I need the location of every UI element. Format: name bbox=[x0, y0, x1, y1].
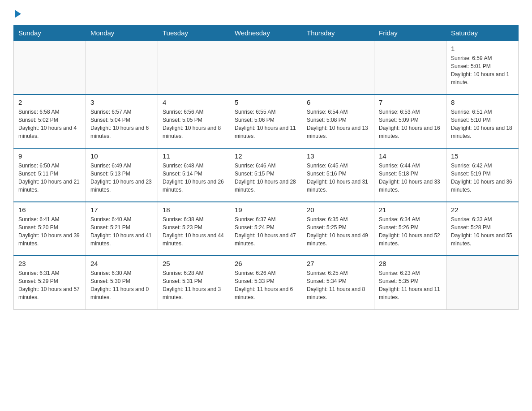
day-info: Sunrise: 6:34 AM Sunset: 5:26 PM Dayligh… bbox=[379, 215, 442, 248]
day-info: Sunrise: 6:40 AM Sunset: 5:21 PM Dayligh… bbox=[90, 215, 153, 248]
day-info: Sunrise: 6:51 AM Sunset: 5:10 PM Dayligh… bbox=[451, 108, 514, 140]
day-number: 21 bbox=[379, 206, 442, 214]
day-info: Sunrise: 6:48 AM Sunset: 5:14 PM Dayligh… bbox=[163, 162, 225, 194]
weekday-header-wednesday: Wednesday bbox=[230, 26, 302, 41]
weekday-header-sunday: Sunday bbox=[14, 26, 86, 41]
calendar-cell bbox=[86, 41, 158, 94]
calendar-cell: 3Sunrise: 6:57 AM Sunset: 5:04 PM Daylig… bbox=[86, 94, 158, 148]
calendar-cell: 13Sunrise: 6:45 AM Sunset: 5:16 PM Dayli… bbox=[302, 148, 374, 202]
day-info: Sunrise: 6:54 AM Sunset: 5:08 PM Dayligh… bbox=[307, 108, 369, 140]
day-info: Sunrise: 6:38 AM Sunset: 5:23 PM Dayligh… bbox=[163, 215, 225, 248]
day-number: 6 bbox=[307, 98, 369, 106]
weekday-header-tuesday: Tuesday bbox=[158, 26, 230, 41]
day-info: Sunrise: 6:50 AM Sunset: 5:11 PM Dayligh… bbox=[18, 162, 81, 194]
day-info: Sunrise: 6:57 AM Sunset: 5:04 PM Dayligh… bbox=[90, 108, 153, 140]
day-number: 23 bbox=[18, 260, 81, 267]
day-info: Sunrise: 6:53 AM Sunset: 5:09 PM Dayligh… bbox=[379, 108, 442, 140]
calendar-cell: 6Sunrise: 6:54 AM Sunset: 5:08 PM Daylig… bbox=[302, 94, 374, 148]
day-info: Sunrise: 6:42 AM Sunset: 5:19 PM Dayligh… bbox=[451, 162, 514, 194]
day-number: 25 bbox=[163, 260, 225, 267]
calendar-cell bbox=[14, 41, 86, 94]
page-header bbox=[13, 9, 519, 18]
day-number: 8 bbox=[451, 98, 514, 106]
day-info: Sunrise: 6:33 AM Sunset: 5:28 PM Dayligh… bbox=[451, 215, 514, 248]
calendar-cell: 5Sunrise: 6:55 AM Sunset: 5:06 PM Daylig… bbox=[230, 94, 302, 148]
day-info: Sunrise: 6:45 AM Sunset: 5:16 PM Dayligh… bbox=[307, 162, 369, 194]
day-number: 28 bbox=[379, 260, 442, 267]
day-number: 22 bbox=[451, 206, 514, 214]
calendar-cell bbox=[302, 41, 374, 94]
calendar-week-row: 1Sunrise: 6:59 AM Sunset: 5:01 PM Daylig… bbox=[14, 41, 519, 94]
day-info: Sunrise: 6:31 AM Sunset: 5:29 PM Dayligh… bbox=[18, 269, 81, 301]
calendar-week-row: 9Sunrise: 6:50 AM Sunset: 5:11 PM Daylig… bbox=[14, 148, 519, 202]
day-info: Sunrise: 6:56 AM Sunset: 5:05 PM Dayligh… bbox=[163, 108, 225, 140]
day-number: 4 bbox=[163, 98, 225, 106]
calendar-week-row: 16Sunrise: 6:41 AM Sunset: 5:20 PM Dayli… bbox=[14, 202, 519, 256]
day-info: Sunrise: 6:44 AM Sunset: 5:18 PM Dayligh… bbox=[379, 162, 442, 194]
calendar-cell: 21Sunrise: 6:34 AM Sunset: 5:26 PM Dayli… bbox=[374, 202, 446, 256]
day-number: 26 bbox=[235, 260, 297, 267]
day-number: 16 bbox=[18, 206, 81, 214]
day-number: 11 bbox=[163, 152, 225, 160]
weekday-header-row: SundayMondayTuesdayWednesdayThursdayFrid… bbox=[14, 26, 519, 41]
calendar-cell: 2Sunrise: 6:58 AM Sunset: 5:02 PM Daylig… bbox=[14, 94, 86, 148]
calendar-cell bbox=[374, 41, 446, 94]
calendar-cell: 12Sunrise: 6:46 AM Sunset: 5:15 PM Dayli… bbox=[230, 148, 302, 202]
calendar-cell bbox=[230, 41, 302, 94]
calendar-cell: 28Sunrise: 6:23 AM Sunset: 5:35 PM Dayli… bbox=[374, 256, 446, 309]
day-number: 24 bbox=[90, 260, 153, 267]
day-number: 18 bbox=[163, 206, 225, 214]
day-number: 15 bbox=[451, 152, 514, 160]
day-info: Sunrise: 6:30 AM Sunset: 5:30 PM Dayligh… bbox=[90, 269, 153, 301]
day-number: 17 bbox=[90, 206, 153, 214]
day-number: 20 bbox=[307, 206, 369, 214]
day-info: Sunrise: 6:58 AM Sunset: 5:02 PM Dayligh… bbox=[18, 108, 81, 140]
day-number: 27 bbox=[307, 260, 369, 267]
day-number: 5 bbox=[235, 98, 297, 106]
weekday-header-thursday: Thursday bbox=[302, 26, 374, 41]
calendar-cell: 11Sunrise: 6:48 AM Sunset: 5:14 PM Dayli… bbox=[158, 148, 230, 202]
day-info: Sunrise: 6:46 AM Sunset: 5:15 PM Dayligh… bbox=[235, 162, 297, 194]
calendar-cell: 24Sunrise: 6:30 AM Sunset: 5:30 PM Dayli… bbox=[86, 256, 158, 309]
weekday-header-friday: Friday bbox=[374, 26, 446, 41]
calendar-cell bbox=[158, 41, 230, 94]
day-number: 2 bbox=[18, 98, 81, 106]
calendar-cell: 8Sunrise: 6:51 AM Sunset: 5:10 PM Daylig… bbox=[446, 94, 519, 148]
day-info: Sunrise: 6:23 AM Sunset: 5:35 PM Dayligh… bbox=[379, 269, 442, 301]
calendar-cell: 23Sunrise: 6:31 AM Sunset: 5:29 PM Dayli… bbox=[14, 256, 86, 309]
day-info: Sunrise: 6:49 AM Sunset: 5:13 PM Dayligh… bbox=[90, 162, 153, 194]
calendar-cell: 26Sunrise: 6:26 AM Sunset: 5:33 PM Dayli… bbox=[230, 256, 302, 309]
day-number: 7 bbox=[379, 98, 442, 106]
calendar-cell: 22Sunrise: 6:33 AM Sunset: 5:28 PM Dayli… bbox=[446, 202, 519, 256]
calendar-cell: 10Sunrise: 6:49 AM Sunset: 5:13 PM Dayli… bbox=[86, 148, 158, 202]
day-info: Sunrise: 6:41 AM Sunset: 5:20 PM Dayligh… bbox=[18, 215, 81, 248]
day-info: Sunrise: 6:59 AM Sunset: 5:01 PM Dayligh… bbox=[451, 54, 514, 86]
day-number: 9 bbox=[18, 152, 81, 160]
calendar-cell: 15Sunrise: 6:42 AM Sunset: 5:19 PM Dayli… bbox=[446, 148, 519, 202]
weekday-header-saturday: Saturday bbox=[446, 26, 519, 41]
logo-triangle-icon bbox=[15, 10, 21, 18]
day-info: Sunrise: 6:37 AM Sunset: 5:24 PM Dayligh… bbox=[235, 215, 297, 248]
day-number: 13 bbox=[307, 152, 369, 160]
calendar-week-row: 2Sunrise: 6:58 AM Sunset: 5:02 PM Daylig… bbox=[14, 94, 519, 148]
calendar-week-row: 23Sunrise: 6:31 AM Sunset: 5:29 PM Dayli… bbox=[14, 256, 519, 309]
calendar-cell: 1Sunrise: 6:59 AM Sunset: 5:01 PM Daylig… bbox=[446, 41, 519, 94]
calendar-cell: 20Sunrise: 6:35 AM Sunset: 5:25 PM Dayli… bbox=[302, 202, 374, 256]
day-info: Sunrise: 6:25 AM Sunset: 5:34 PM Dayligh… bbox=[307, 269, 369, 301]
weekday-header-monday: Monday bbox=[86, 26, 158, 41]
calendar-cell: 16Sunrise: 6:41 AM Sunset: 5:20 PM Dayli… bbox=[14, 202, 86, 256]
day-number: 12 bbox=[235, 152, 297, 160]
day-info: Sunrise: 6:28 AM Sunset: 5:31 PM Dayligh… bbox=[163, 269, 225, 301]
day-info: Sunrise: 6:55 AM Sunset: 5:06 PM Dayligh… bbox=[235, 108, 297, 140]
calendar-cell: 14Sunrise: 6:44 AM Sunset: 5:18 PM Dayli… bbox=[374, 148, 446, 202]
calendar-cell: 9Sunrise: 6:50 AM Sunset: 5:11 PM Daylig… bbox=[14, 148, 86, 202]
calendar-cell: 18Sunrise: 6:38 AM Sunset: 5:23 PM Dayli… bbox=[158, 202, 230, 256]
calendar-cell: 27Sunrise: 6:25 AM Sunset: 5:34 PM Dayli… bbox=[302, 256, 374, 309]
calendar-cell: 25Sunrise: 6:28 AM Sunset: 5:31 PM Dayli… bbox=[158, 256, 230, 309]
calendar-cell: 7Sunrise: 6:53 AM Sunset: 5:09 PM Daylig… bbox=[374, 94, 446, 148]
day-number: 10 bbox=[90, 152, 153, 160]
day-number: 1 bbox=[451, 45, 514, 52]
day-info: Sunrise: 6:26 AM Sunset: 5:33 PM Dayligh… bbox=[235, 269, 297, 301]
day-number: 19 bbox=[235, 206, 297, 214]
day-info: Sunrise: 6:35 AM Sunset: 5:25 PM Dayligh… bbox=[307, 215, 369, 248]
